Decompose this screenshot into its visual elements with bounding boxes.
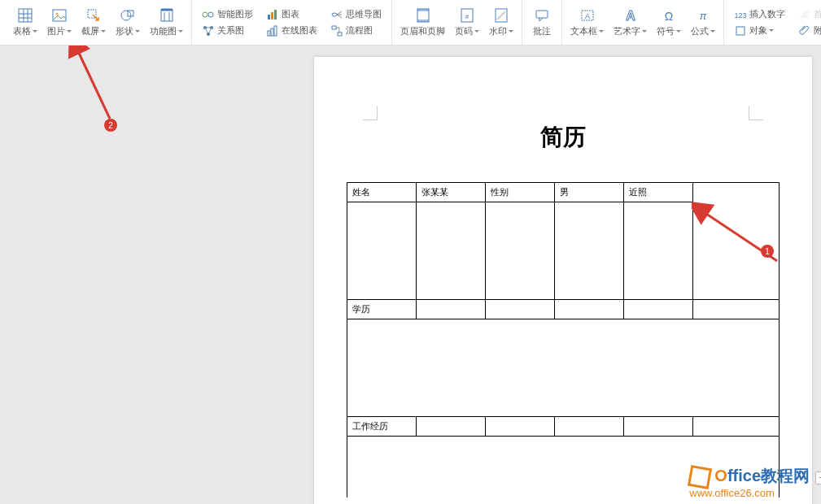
watermark-button[interactable]: 水印 — [484, 0, 518, 45]
table-cell[interactable] — [485, 417, 554, 437]
table-cell[interactable] — [623, 417, 692, 437]
svg-rect-41 — [536, 11, 548, 18]
screenshot-icon — [85, 7, 102, 24]
table-cell[interactable] — [485, 300, 554, 319]
comment-button[interactable]: 批注 — [526, 0, 558, 45]
relation-button[interactable]: 关系图 — [199, 23, 256, 39]
dropcap-icon: A — [798, 8, 811, 21]
table-cell[interactable]: 性别 — [485, 183, 554, 202]
table-cell[interactable] — [416, 417, 485, 437]
svg-rect-25 — [268, 31, 270, 36]
table-cell[interactable] — [347, 202, 417, 300]
comment-icon — [534, 7, 550, 24]
wordart-button[interactable]: A 艺术字 — [609, 0, 652, 45]
formula-icon: π — [695, 7, 711, 24]
picture-button[interactable]: 图片 — [42, 0, 76, 45]
svg-line-20 — [205, 28, 208, 34]
table-cell[interactable]: 男 — [554, 183, 623, 202]
dropdown-icon — [599, 30, 604, 33]
attachment-icon — [798, 24, 811, 37]
table-cell[interactable]: 张某某 — [416, 183, 485, 202]
table-row[interactable]: 工作经历 — [347, 417, 780, 437]
online-chart-icon — [266, 24, 279, 37]
object-button[interactable]: 对象 — [731, 23, 788, 39]
svg-rect-26 — [271, 28, 273, 36]
flowchart-button[interactable]: 流程图 — [327, 23, 385, 39]
resume-table[interactable]: 姓名 张某某 性别 男 近照 学历 — [347, 182, 780, 497]
table-cell-photo[interactable] — [692, 183, 779, 300]
mindmap-button[interactable]: 思维导图 — [327, 7, 385, 23]
table-cell[interactable] — [416, 300, 485, 319]
wordart-icon: A — [622, 7, 639, 24]
table-cell[interactable]: 近照 — [623, 183, 692, 202]
table-button[interactable]: 表格 — [8, 0, 42, 45]
svg-text:Ω: Ω — [665, 10, 673, 23]
shape-label: 形状 — [116, 25, 133, 37]
dropdown-icon — [474, 30, 479, 33]
chart-button[interactable]: 图表 — [263, 7, 321, 23]
function-chart-button[interactable]: 功能图 — [145, 0, 188, 45]
mindmap-icon — [330, 8, 343, 21]
smart-shape-label: 智能图形 — [217, 8, 253, 20]
svg-rect-22 — [268, 15, 270, 20]
svg-rect-33 — [338, 33, 342, 36]
page-number-button[interactable]: # 页码 — [450, 0, 484, 45]
toolbar-group-page: 页眉和页脚 # 页码 水印 — [392, 0, 522, 45]
table-cell[interactable] — [623, 202, 692, 300]
textbox-label: 文本框 — [570, 25, 597, 37]
table-row[interactable]: 姓名 张某某 性别 男 近照 — [347, 183, 780, 202]
table-row[interactable]: 学历 — [347, 300, 780, 319]
online-chart-button[interactable]: 在线图表 — [263, 23, 321, 39]
table-cell[interactable] — [554, 417, 623, 437]
dropcap-label: 首字下沉 — [814, 8, 821, 20]
dropdown-icon — [135, 30, 140, 33]
svg-line-58 — [77, 50, 110, 119]
dropdown-icon — [67, 30, 72, 33]
svg-line-40 — [497, 11, 505, 20]
svg-text:#: # — [465, 13, 469, 20]
table-cell[interactable] — [347, 319, 780, 417]
flowchart-label: 流程图 — [346, 24, 373, 37]
svg-rect-52 — [736, 27, 745, 35]
svg-rect-10 — [161, 10, 172, 21]
svg-rect-36 — [417, 20, 429, 22]
margin-mark-icon — [363, 106, 378, 120]
screenshot-button[interactable]: 截屏 — [76, 0, 111, 45]
dropdown-icon — [710, 30, 715, 33]
textbox-icon: A — [579, 7, 596, 24]
document-page[interactable]: 简历 姓名 张某某 性别 男 近照 学历 — [314, 57, 812, 504]
table-cell[interactable] — [485, 202, 554, 300]
symbol-icon: Ω — [661, 7, 677, 24]
dropdown-icon — [33, 30, 37, 33]
add-row-button[interactable]: + — [815, 471, 821, 484]
dropdown-icon — [642, 30, 647, 33]
table-cell[interactable]: 姓名 — [347, 183, 417, 202]
toolbar-group-insert-basic: 表格 图片 截屏 形状 功能图 — [5, 0, 192, 45]
symbol-button[interactable]: Ω 符号 — [652, 0, 686, 45]
formula-button[interactable]: π 公式 — [686, 0, 720, 45]
table-cell[interactable]: 工作经历 — [347, 417, 417, 437]
dropdown-icon — [676, 30, 681, 33]
insert-number-button[interactable]: 123 插入数字 — [731, 7, 788, 23]
formula-label: 公式 — [691, 25, 709, 37]
table-cell[interactable] — [554, 202, 623, 300]
table-cell[interactable] — [416, 202, 485, 300]
table-cell[interactable]: 学历 — [347, 300, 417, 319]
svg-point-8 — [121, 11, 131, 20]
header-footer-button[interactable]: 页眉和页脚 — [395, 0, 450, 45]
dropdown-icon — [101, 30, 106, 33]
table-row[interactable] — [347, 319, 780, 417]
page-number-icon: # — [459, 7, 475, 24]
dropdown-icon — [178, 30, 183, 33]
smart-shape-button[interactable]: 智能图形 — [199, 7, 256, 23]
svg-text:123: 123 — [734, 11, 746, 20]
shape-button[interactable]: 形状 — [111, 0, 145, 45]
attachment-button[interactable]: 附件 — [795, 23, 821, 39]
toolbar-group-misc: A 首字下沉 附件 123 插入数字 对象 — [724, 0, 821, 45]
table-cell[interactable] — [554, 300, 623, 319]
table-cell[interactable] — [692, 417, 779, 437]
table-cell[interactable] — [623, 300, 692, 319]
table-cell[interactable] — [692, 300, 779, 319]
document-canvas[interactable]: ▾ ✥ 简历 姓名 张某某 性别 男 近照 学历 — [0, 46, 821, 504]
textbox-button[interactable]: A 文本框 — [566, 0, 609, 45]
